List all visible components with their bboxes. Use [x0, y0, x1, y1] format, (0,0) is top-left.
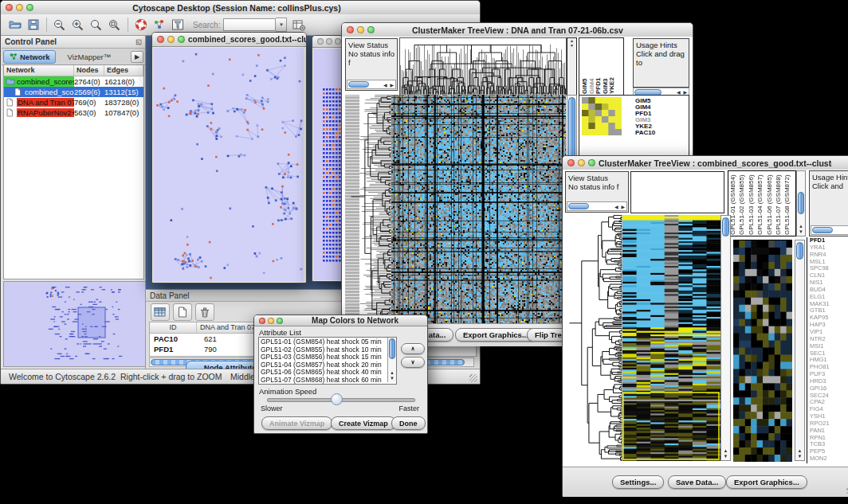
scroll-arrows[interactable]: ▲▼	[797, 224, 805, 235]
network-canvas[interactable]	[153, 48, 304, 282]
tab-vizmapper[interactable]: VizMapper™	[67, 53, 111, 61]
scroll-arrows[interactable]: ◀ ▶	[677, 89, 688, 95]
network-tree-row[interactable]: DNA and Tran 07769(0)183728(0)	[4, 97, 143, 107]
zoom-fit-icon[interactable]	[107, 18, 123, 32]
zoom-window-icon[interactable]	[588, 159, 595, 166]
col-id[interactable]: ID	[150, 322, 197, 333]
main-titlebar[interactable]: Cytoscape Desktop (Session Name: collins…	[1, 1, 480, 15]
zoom-window-icon[interactable]	[367, 26, 375, 33]
close-icon[interactable]	[567, 159, 575, 166]
scroll-arrows[interactable]: ▲▼	[721, 448, 730, 459]
scroll-thumb[interactable]	[348, 81, 369, 88]
table-icon[interactable]	[151, 303, 170, 321]
move-up-button[interactable]: ∧	[401, 343, 425, 354]
scroll-arrows[interactable]: ▲▼	[795, 448, 804, 459]
animation-slider-thumb[interactable]	[331, 393, 343, 405]
heatmap-canvas[interactable]	[391, 95, 566, 323]
network-tree-row[interactable]: combined_scores2764(0)16218(0)	[4, 76, 143, 87]
zoom-out-icon[interactable]	[52, 18, 68, 32]
view-status-hscrollbar[interactable]: ◀ ▶	[347, 80, 396, 89]
gene-label[interactable]: GTB1	[810, 307, 848, 315]
gene-label[interactable]: PHO81	[810, 364, 848, 371]
gene-label[interactable]: RPN1	[810, 435, 848, 442]
gene-label[interactable]: CLN1	[810, 272, 848, 279]
search-input[interactable]	[223, 18, 276, 31]
settings-button[interactable]: Settings...	[612, 475, 664, 489]
move-down-button[interactable]: ∨	[401, 357, 425, 368]
zoom-heatmap-vscrollbar[interactable]: ▲▼	[795, 240, 805, 461]
annotation-icon[interactable]	[170, 18, 186, 32]
treeview2-column-tree-area[interactable]	[630, 171, 724, 213]
network-window-titlebar[interactable]: combined_scores_good.txt--cluste...	[152, 33, 306, 47]
zoom-window-icon[interactable]	[178, 36, 185, 43]
gene-label[interactable]: PAN1	[810, 428, 848, 435]
gene-label[interactable]: CPA2	[810, 399, 848, 406]
gene-label[interactable]: GPI16	[810, 385, 848, 393]
gene-label[interactable]: MAK31	[810, 301, 848, 308]
col-nodes[interactable]: Nodes	[74, 65, 104, 76]
gene-label[interactable]: HAP3	[810, 322, 848, 329]
gene-label[interactable]: HMG1	[810, 357, 848, 364]
row-dendrogram-canvas[interactable]	[565, 214, 622, 461]
attribute-batch-icon[interactable]	[291, 18, 307, 32]
global-heatmap-vscrollbar[interactable]: ▲▼	[720, 215, 731, 461]
gene-label[interactable]: TCB3	[810, 441, 848, 448]
view-status-hscrollbar[interactable]: ◀ ▶	[567, 201, 627, 211]
zoom-window-icon[interactable]	[335, 38, 341, 45]
attribute-list-item[interactable]: GPL51-07 (GSM868) heat shock 60 min	[259, 377, 387, 385]
close-icon[interactable]	[6, 4, 13, 11]
scroll-thumb[interactable]	[389, 338, 395, 359]
resize-grip[interactable]	[469, 374, 477, 382]
gene-label[interactable]: KAP95	[810, 315, 848, 322]
zoom-in-icon[interactable]	[70, 18, 86, 32]
usage-hints-hscrollbar[interactable]	[811, 225, 848, 235]
export-graphics-button[interactable]: Export Graphics...	[455, 328, 536, 342]
minimize-icon[interactable]	[16, 4, 23, 11]
gene-label[interactable]: SEC1	[810, 350, 848, 357]
row-dendrogram-canvas[interactable]	[345, 95, 391, 323]
float-panel-icon[interactable]: ◱	[135, 38, 142, 45]
network-tree-row[interactable]: RNAPuberNov2+!563(0)107847(0)	[4, 107, 143, 118]
treeview2-titlebar[interactable]: ClusterMaker TreeView : combined_scores_…	[563, 156, 848, 170]
zoom-actual-icon[interactable]	[88, 18, 104, 32]
tab-network[interactable]: Network	[3, 50, 56, 64]
scroll-thumb[interactable]	[568, 203, 589, 209]
close-icon[interactable]	[347, 26, 354, 33]
chevron-down-icon[interactable]: ▼	[276, 18, 287, 32]
gene-label[interactable]: RNR4	[810, 252, 848, 259]
gene-label[interactable]: NIS1	[810, 279, 848, 287]
open-folder-icon[interactable]	[7, 18, 23, 32]
gene-label[interactable]: MSI1	[810, 343, 848, 350]
column-dendrogram-canvas[interactable]	[399, 37, 567, 96]
gene-label[interactable]: PEP5	[810, 448, 848, 455]
row-label[interactable]: PAC10	[635, 130, 686, 136]
zoom-window-icon[interactable]	[277, 318, 283, 324]
scroll-arrows[interactable]: ◀ ▶	[383, 81, 395, 90]
network-overview-icon[interactable]	[151, 18, 167, 32]
zoom-window-icon[interactable]	[26, 4, 33, 11]
gene-label[interactable]: BUD4	[810, 287, 848, 294]
col-network[interactable]: Network	[4, 65, 74, 76]
animate-vizmap-button[interactable]: Animate Vizmap	[261, 416, 332, 430]
list-vscrollbar[interactable]: ▲▼	[387, 338, 396, 382]
save-icon[interactable]	[26, 18, 41, 32]
mini-vscrollbar[interactable]: ▲▼	[567, 37, 577, 96]
trash-icon[interactable]	[195, 303, 214, 321]
gene-label[interactable]: ELG1	[810, 294, 848, 301]
minimize-icon[interactable]	[167, 36, 175, 43]
scroll-thumb[interactable]	[798, 192, 804, 214]
gene-label[interactable]: RPO21	[810, 420, 848, 428]
export-graphics-button[interactable]: Export Graphics...	[726, 475, 807, 489]
gene-label[interactable]: MON2	[810, 455, 848, 463]
minimize-icon[interactable]	[326, 38, 332, 45]
gene-label[interactable]: FIG4	[810, 406, 848, 413]
search-combobox[interactable]: ▼	[223, 18, 287, 31]
save-data-button[interactable]: Save Data...	[668, 475, 726, 489]
close-icon[interactable]	[317, 38, 324, 45]
minimize-icon[interactable]	[357, 26, 364, 33]
gene-label[interactable]: PUF3	[810, 371, 848, 378]
gene-label[interactable]: PFD1	[810, 237, 848, 244]
gene-label[interactable]: MSL1	[810, 259, 848, 266]
column-labels-vscrollbar[interactable]: ▲▼	[796, 170, 806, 236]
scroll-thumb[interactable]	[722, 217, 729, 236]
